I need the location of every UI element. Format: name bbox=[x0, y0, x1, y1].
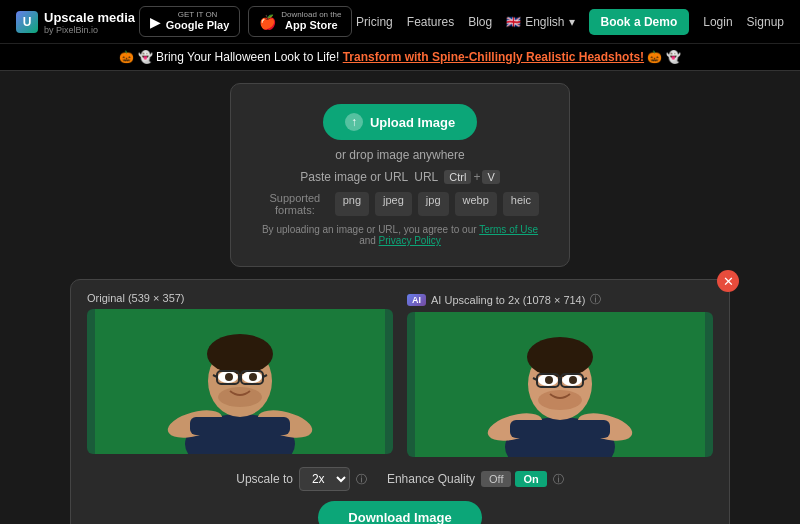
upscaled-image bbox=[407, 312, 713, 457]
google-play-text: GET IT ON Google Play bbox=[166, 11, 230, 32]
and-label: and bbox=[359, 235, 376, 246]
banner-text2: 🎃 👻 bbox=[647, 50, 680, 64]
keyboard-shortcut: Ctrl + V bbox=[444, 170, 499, 184]
toggle-group: Off On bbox=[481, 471, 547, 487]
logo-sub: by PixelBin.io bbox=[44, 26, 135, 35]
language-selector[interactable]: 🇬🇧 English ▾ bbox=[506, 15, 574, 29]
upload-button-label: Upload Image bbox=[370, 115, 455, 130]
ai-badge: AI bbox=[407, 294, 426, 306]
nav-left: U Upscale media by PixelBin.io bbox=[16, 8, 135, 35]
svg-point-12 bbox=[249, 373, 257, 381]
terms-link[interactable]: Terms of Use bbox=[479, 224, 538, 235]
main-content: ↑ Upload Image or drop image anywhere Pa… bbox=[0, 71, 800, 524]
ctrl-key: Ctrl bbox=[444, 170, 471, 184]
tos-text: By uploading an image or URL, you agree … bbox=[261, 224, 539, 246]
svg-rect-4 bbox=[190, 417, 290, 435]
logo-text: Upscale media bbox=[44, 10, 135, 25]
format-webp: webp bbox=[455, 192, 497, 216]
upload-icon: ↑ bbox=[345, 113, 363, 131]
toggle-off-label[interactable]: Off bbox=[481, 471, 511, 487]
drop-text: or drop image anywhere bbox=[261, 148, 539, 162]
formats-label: Supported formats: bbox=[261, 192, 329, 216]
format-jpeg: jpeg bbox=[375, 192, 412, 216]
pricing-link[interactable]: Pricing bbox=[356, 15, 393, 29]
logo-text-group: Upscale media by PixelBin.io bbox=[44, 8, 135, 35]
upscale-to-label: Upscale to bbox=[236, 472, 293, 486]
banner-text1: 🎃 👻 Bring Your Halloween Look to Life! bbox=[119, 50, 339, 64]
upscale-control: Upscale to 2x 4x 8x ⓘ bbox=[236, 467, 367, 491]
upload-box: ↑ Upload Image or drop image anywhere Pa… bbox=[230, 83, 570, 267]
v-key: V bbox=[482, 170, 499, 184]
svg-point-29 bbox=[545, 376, 553, 384]
svg-rect-22 bbox=[510, 420, 610, 438]
google-play-icon: ▶ bbox=[150, 14, 161, 30]
privacy-link[interactable]: Privacy Policy bbox=[379, 235, 441, 246]
halloween-banner: 🎃 👻 Bring Your Halloween Look to Life! T… bbox=[0, 44, 800, 71]
url-label: URL bbox=[414, 170, 438, 184]
blog-link[interactable]: Blog bbox=[468, 15, 492, 29]
svg-point-30 bbox=[569, 376, 577, 384]
tos-label: By uploading an image or URL, you agree … bbox=[262, 224, 477, 235]
app-store-text: Download on the App Store bbox=[281, 11, 341, 32]
signup-link[interactable]: Signup bbox=[747, 15, 784, 29]
banner-highlight[interactable]: Transform with Spine-Chillingly Realisti… bbox=[343, 50, 644, 64]
enhance-label: Enhance Quality bbox=[387, 472, 475, 486]
original-image-col: Original (539 × 357) bbox=[87, 292, 393, 457]
navbar: U Upscale media by PixelBin.io ▶ GET IT … bbox=[0, 0, 800, 44]
flag-icon: 🇬🇧 bbox=[506, 15, 521, 29]
enhance-quality-control: Enhance Quality Off On ⓘ bbox=[387, 471, 564, 487]
nav-center: ▶ GET IT ON Google Play 🍎 Download on th… bbox=[139, 6, 353, 37]
upscaled-image-col: AI AI Upscaling to 2x (1078 × 714) ⓘ bbox=[407, 292, 713, 457]
upscaled-person-svg bbox=[407, 312, 713, 457]
controls-row: Upscale to 2x 4x 8x ⓘ Enhance Quality Of… bbox=[87, 467, 713, 491]
format-png: png bbox=[335, 192, 369, 216]
svg-point-26 bbox=[538, 390, 582, 410]
chevron-down-icon: ▾ bbox=[569, 15, 575, 29]
logo-icon: U bbox=[16, 11, 38, 33]
svg-point-8 bbox=[218, 387, 262, 407]
paste-row: Paste image or URL URL Ctrl + V bbox=[261, 170, 539, 184]
svg-point-25 bbox=[527, 337, 593, 377]
upscale-select[interactable]: 2x 4x 8x bbox=[299, 467, 350, 491]
enhance-info-icon[interactable]: ⓘ bbox=[553, 472, 564, 487]
book-demo-button[interactable]: Book a Demo bbox=[589, 9, 690, 35]
close-button[interactable]: ✕ bbox=[717, 270, 739, 292]
app-store-button[interactable]: 🍎 Download on the App Store bbox=[248, 6, 352, 37]
results-area: ✕ Original (539 × 357) bbox=[70, 279, 730, 524]
paste-label: Paste image or URL bbox=[300, 170, 408, 184]
original-person-svg bbox=[87, 309, 393, 454]
format-jpg: jpg bbox=[418, 192, 449, 216]
format-heic: heic bbox=[503, 192, 539, 216]
original-image bbox=[87, 309, 393, 454]
apple-icon: 🍎 bbox=[259, 14, 276, 30]
upscale-select-info-icon[interactable]: ⓘ bbox=[356, 472, 367, 487]
images-row: Original (539 × 357) bbox=[87, 292, 713, 457]
svg-point-7 bbox=[207, 334, 273, 374]
original-label: Original (539 × 357) bbox=[87, 292, 393, 304]
svg-point-11 bbox=[225, 373, 233, 381]
formats-row: Supported formats: png jpeg jpg webp hei… bbox=[261, 192, 539, 216]
lang-label: English bbox=[525, 15, 564, 29]
download-button[interactable]: Download Image bbox=[318, 501, 481, 524]
upload-button[interactable]: ↑ Upload Image bbox=[323, 104, 477, 140]
features-link[interactable]: Features bbox=[407, 15, 454, 29]
upscaled-label: AI AI Upscaling to 2x (1078 × 714) ⓘ bbox=[407, 292, 713, 307]
upscale-info-icon[interactable]: ⓘ bbox=[590, 292, 601, 307]
login-link[interactable]: Login bbox=[703, 15, 732, 29]
toggle-on-label[interactable]: On bbox=[515, 471, 546, 487]
nav-right: Pricing Features Blog 🇬🇧 English ▾ Book … bbox=[356, 9, 784, 35]
google-play-button[interactable]: ▶ GET IT ON Google Play bbox=[139, 6, 241, 37]
